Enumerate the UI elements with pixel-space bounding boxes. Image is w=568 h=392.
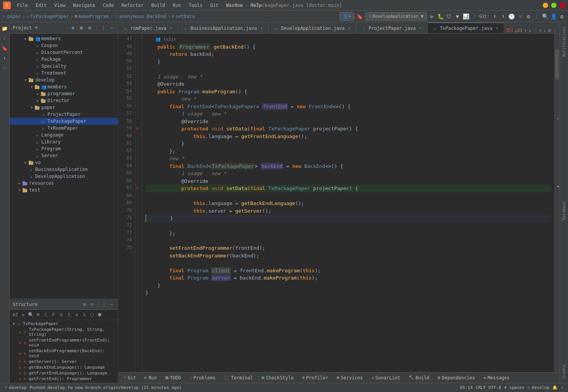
- tab-problems[interactable]: ⚠ Problems: [186, 373, 219, 382]
- tab-developapp[interactable]: ☕ DevelopApplication.java ×: [269, 23, 356, 33]
- sort-type-icon[interactable]: ⇅: [20, 311, 26, 318]
- menu-run[interactable]: Run: [170, 2, 184, 9]
- settings-icon[interactable]: ⚙: [559, 13, 565, 20]
- struct-method2[interactable]: ⊙ ⊙ setBackEndProgrammer(BackEnd): void: [10, 348, 118, 359]
- error-count-icon[interactable]: ⓵1: [506, 28, 513, 33]
- bookmark-strip-icon[interactable]: 🔖: [0, 44, 9, 53]
- git-history-icon[interactable]: 🕐: [509, 13, 515, 20]
- status-power-icon[interactable]: ⚡: [559, 385, 565, 390]
- tab-rompaper-close[interactable]: ×: [169, 26, 173, 31]
- tab-todo[interactable]: TODO: [162, 373, 185, 382]
- sidebar-more-icon[interactable]: ⋮: [100, 25, 106, 31]
- profile-run-icon[interactable]: 📊: [463, 13, 469, 20]
- tree-item-txroompaper[interactable]: ☕ TxRoomPaper: [10, 125, 118, 132]
- sidebar-expand-icon[interactable]: ⊞: [78, 25, 85, 31]
- tab-run[interactable]: ▶ Run: [141, 373, 161, 382]
- tab-txpackagepaper[interactable]: ☕ TxPackagePaper.java ×: [428, 23, 504, 33]
- status-indent[interactable]: 4 spaces: [503, 385, 526, 390]
- tab-messages[interactable]: ✉ Messages: [480, 373, 513, 382]
- tree-item-members2[interactable]: ▼ 👥 members: [10, 83, 118, 90]
- more-run-icon[interactable]: ▼: [454, 13, 460, 20]
- database-label[interactable]: Database: [561, 198, 567, 223]
- menu-build[interactable]: Build: [148, 2, 168, 9]
- tree-item-language[interactable]: ☕ Language: [10, 132, 118, 138]
- tree-item-vo[interactable]: ▶ vo: [10, 159, 118, 166]
- tab-sonarlint[interactable]: ◑ SonarLint: [367, 373, 404, 382]
- menu-git[interactable]: Git: [207, 2, 222, 9]
- status-notifications-icon[interactable]: 🔔: [551, 385, 559, 390]
- breadcrumb-paper[interactable]: paper: [7, 14, 21, 19]
- impl-icon[interactable]: ⬡: [88, 311, 95, 318]
- struct-method4[interactable]: ⊙ ⊙ getBackEndLanguage(): Language: [10, 364, 118, 370]
- tab-services[interactable]: ⊞ Services: [333, 373, 367, 382]
- maximize-button[interactable]: □: [551, 3, 557, 8]
- git-settings-icon[interactable]: ⚙: [526, 13, 532, 20]
- tab-checkstyle[interactable]: CheckStyle: [258, 373, 297, 382]
- tree-item-discountpercent[interactable]: ☕ DiscountPercent: [10, 49, 118, 56]
- tab-terminal[interactable]: ⬛ Terminal: [220, 373, 257, 382]
- tab-profiler[interactable]: ⚙ Profiler: [298, 373, 332, 382]
- close-button[interactable]: ×: [560, 3, 565, 8]
- tree-item-projectpaper[interactable]: ☕ ProjectPaper: [10, 111, 118, 118]
- git-push-icon[interactable]: ⬆: [500, 13, 506, 20]
- tab-build[interactable]: 🔨 Build: [405, 373, 433, 382]
- tab-projectpaper[interactable]: ☕ ProjectPaper.java ×: [356, 23, 428, 33]
- struct-constructor[interactable]: ⊙ ⊙ TxPackagePaper(String, String, Strin…: [10, 327, 118, 337]
- filter-icon[interactable]: 🔍: [27, 311, 34, 318]
- constructor-icon[interactable]: C: [42, 311, 49, 318]
- menu-tools[interactable]: Tools: [186, 2, 206, 9]
- tree-item-library[interactable]: ☕ Library: [10, 138, 118, 145]
- git-branch-icon[interactable]: ⑂: [517, 13, 523, 20]
- struct-method5[interactable]: ⊙ ⊙ getFrontEndLanguage(): Language: [10, 370, 118, 376]
- struct-root[interactable]: ▼ ☕ TxPackagePaper: [10, 321, 118, 327]
- search-icon[interactable]: 🔍: [542, 13, 548, 20]
- inner-icon[interactable]: I: [65, 311, 72, 318]
- editor-more-icon[interactable]: ⋮: [552, 28, 557, 33]
- minimize-button[interactable]: −: [543, 3, 548, 8]
- breadcrumb-anonymous-backend[interactable]: ⬡anonymous BackEnd: [114, 14, 166, 19]
- gradle-label[interactable]: Gradle: [561, 361, 567, 381]
- sidebar-gear-icon[interactable]: ⚙: [70, 25, 76, 31]
- down-arrow-icon[interactable]: ↓: [529, 28, 532, 33]
- lambda-icon[interactable]: λ: [81, 311, 88, 318]
- scroll-up-icon[interactable]: ↑: [539, 28, 542, 33]
- breadcrumb-setdata[interactable]: ⚙setData: [172, 14, 195, 19]
- status-git-icon[interactable]: ⑂ develop: [3, 385, 28, 390]
- sidebar-close-icon[interactable]: −: [109, 25, 115, 31]
- structure-close-icon[interactable]: −: [109, 301, 115, 307]
- tab-businessapp[interactable]: ☕ BusinessApplication.java ×: [178, 23, 269, 33]
- coverage-icon[interactable]: 🛡: [446, 13, 452, 20]
- tree-item-coupon[interactable]: ☕ Coupon: [10, 42, 118, 49]
- git-strip-icon[interactable]: ⑂: [0, 63, 9, 73]
- commit-icon[interactable]: ✓: [0, 34, 9, 43]
- interface-icon[interactable]: ⬢: [96, 311, 103, 318]
- scrollbar-thumb[interactable]: [555, 49, 559, 80]
- breadcrumb-makeprogram[interactable]: mmakeProgram: [75, 14, 109, 19]
- scroll-down-icon[interactable]: ↓: [544, 28, 547, 33]
- run-icon[interactable]: ▶: [429, 13, 435, 20]
- status-branch-right[interactable]: ⑂ develop: [526, 385, 551, 390]
- structure-collapse-icon[interactable]: ⊟: [89, 301, 95, 307]
- expand-all-icon[interactable]: ≡: [73, 311, 80, 318]
- menu-code[interactable]: Code: [100, 2, 117, 9]
- tab-dependencies[interactable]: ⊞ Dependencies: [434, 373, 479, 382]
- tree-item-businessapp[interactable]: ☕ BusinessApplication: [10, 166, 118, 173]
- tab-txpackagepaper-close[interactable]: ×: [495, 26, 499, 31]
- menu-refactor[interactable]: Refactor: [118, 2, 147, 9]
- struct-method6[interactable]: ⊙ ⊙ getFrontEnd(): Programmer: [10, 376, 118, 381]
- tab-developapp-close[interactable]: ×: [347, 26, 351, 31]
- tree-item-server[interactable]: ☕ Server: [10, 152, 118, 159]
- tree-item-paper[interactable]: ▼ paper: [10, 104, 118, 111]
- editor-settings-icon[interactable]: ⚙: [548, 28, 551, 33]
- tab-rompaper[interactable]: ☕ romPaper.java ×: [118, 23, 178, 33]
- develop-app-btn[interactable]: ⚡ DevelopApplication ▼: [365, 12, 427, 21]
- tree-item-director[interactable]: ▶ Director: [10, 97, 118, 104]
- breadcrumb-txpackagepaper[interactable]: ☕TxPackagePaper: [27, 14, 69, 19]
- menu-edit[interactable]: Edit: [33, 2, 50, 9]
- up-arrow-icon[interactable]: ↑: [524, 28, 527, 33]
- status-encoding[interactable]: CRLF UTF-8: [474, 385, 503, 390]
- tree-item-specialty[interactable]: ☕ Specialty: [10, 63, 118, 70]
- tree-item-developapp[interactable]: ☕ DevelopApplication: [10, 173, 118, 180]
- struct-method3[interactable]: ⊙ ⊙ getServer(): Server: [10, 359, 118, 364]
- menu-navigate[interactable]: Navigate: [70, 2, 98, 9]
